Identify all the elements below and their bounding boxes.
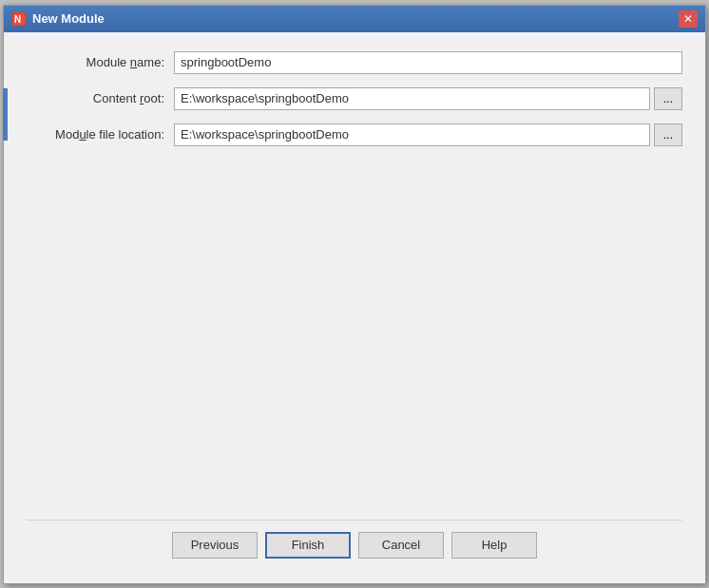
module-name-input[interactable] [174,51,682,74]
module-name-input-wrapper [174,51,682,74]
previous-button[interactable]: Previous [172,532,258,559]
module-file-location-input-wrapper: ... [174,123,682,146]
form-section: Module name: Content root: ... [27,51,682,510]
new-module-dialog: N New Module ✕ Module name: [3,5,706,584]
content-root-label: Content root: [27,91,174,105]
finish-button[interactable]: Finish [265,532,351,559]
title-bar: N New Module ✕ [4,6,705,32]
side-accent-bar [3,88,8,141]
content-root-input[interactable] [174,87,650,110]
module-file-location-input[interactable] [174,123,650,146]
module-file-location-label: Module file location: [27,127,174,142]
close-button[interactable]: ✕ [679,10,698,28]
module-file-location-row: Module file location: ... [27,123,682,146]
dialog-title: New Module [32,11,679,26]
content-root-browse-button[interactable]: ... [654,87,682,110]
window-icon: N [11,11,27,27]
help-button[interactable]: Help [451,532,537,559]
module-name-label: Module name: [27,55,174,69]
module-name-row: Module name: [27,51,682,74]
dialog-footer: Previous Finish Cancel Help [27,520,682,574]
cancel-button[interactable]: Cancel [358,532,444,559]
module-file-location-browse-button[interactable]: ... [654,123,682,146]
content-root-row: Content root: ... [27,87,682,110]
dialog-content: Module name: Content root: ... [4,32,705,583]
content-root-input-wrapper: ... [174,87,682,110]
svg-text:N: N [14,14,21,25]
